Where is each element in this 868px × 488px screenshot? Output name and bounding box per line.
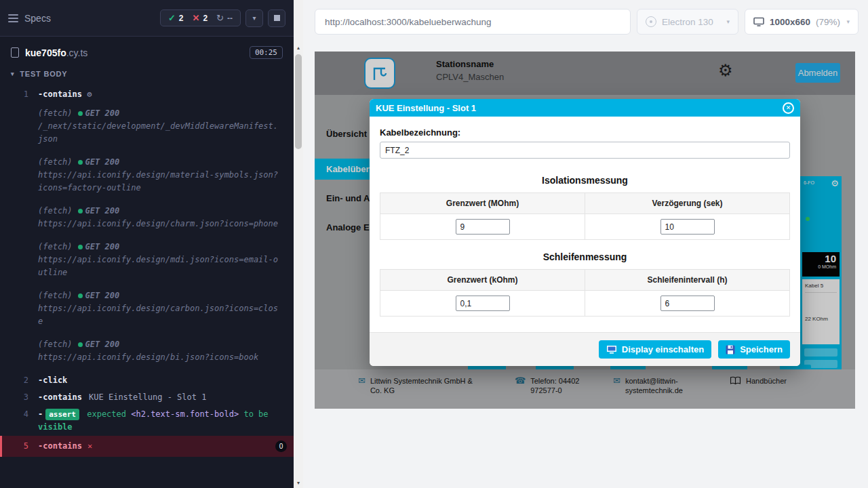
- assert-selector: <h2.text-sm.font-bold>: [131, 409, 239, 419]
- line-number: 2: [0, 374, 38, 387]
- viewport-zoom: (79%): [816, 17, 840, 27]
- command-row-click[interactable]: 2 -click: [0, 372, 294, 389]
- specs-menu-button[interactable]: Specs: [8, 13, 51, 24]
- electron-icon: [646, 16, 656, 27]
- chevron-down-icon: ▾: [726, 18, 730, 25]
- test-body-toggle[interactable]: ▾ TEST BODY: [0, 64, 294, 83]
- pending-icon: ↻: [216, 13, 224, 23]
- specs-label: Specs: [24, 13, 51, 24]
- stop-icon: [274, 15, 280, 21]
- status-dot: [78, 160, 83, 165]
- loop-section-title: Schleifenmessung: [380, 251, 790, 262]
- fetch-log-row: (fetch)GET 200 https://api.iconify.desig…: [0, 239, 294, 281]
- reporter-header: Specs ✓2 ✕2 ↻-- ▾: [0, 0, 294, 37]
- modal-header: KUE Einstellung - Slot 1 ✕: [370, 99, 800, 117]
- passed-count: 2: [179, 14, 184, 23]
- fetch-url: https://api.iconify.design/carbon.json?i…: [38, 302, 283, 328]
- viewport-size: 1000x660: [770, 17, 810, 27]
- stage: Electron 130 ▾ 1000x660 (79%) ▾ Stations…: [303, 0, 868, 488]
- scroll-up-icon[interactable]: ▴: [294, 43, 303, 53]
- fetch-log-row: (fetch)GET 200 https://api.iconify.desig…: [0, 287, 294, 330]
- passed-icon: ✓: [168, 13, 176, 23]
- fetch-url: https://api.iconify.design/bi.json?icons…: [38, 351, 283, 364]
- status-dot: [78, 293, 83, 298]
- command-log: 1 -contains ⚙ (fetch)GET 200 /_next/stat…: [0, 83, 294, 488]
- fail-icon: ✕: [87, 441, 92, 451]
- cypress-reporter: Specs ✓2 ✕2 ↻-- ▾ kue705fo.cy.ts 00:25 ▾…: [0, 0, 294, 488]
- stop-button[interactable]: [268, 9, 285, 27]
- fetch-log-row: (fetch)GET 200 https://api.iconify.desig…: [0, 203, 294, 232]
- command-row-assert[interactable]: 4 -assert expected <h2.text-sm.font-bold…: [0, 406, 294, 436]
- display-icon: [606, 345, 617, 354]
- monitor-icon: [753, 17, 764, 26]
- failed-count: 2: [203, 14, 208, 23]
- schleifenintervall-input[interactable]: [660, 296, 715, 311]
- spec-header: kue705fo.cy.ts 00:25: [0, 37, 294, 64]
- command-row-contains-arg[interactable]: 3 -containsKUE Einstellung - Slot 1: [0, 389, 294, 406]
- line-number: 3: [0, 391, 38, 404]
- aut-frame: Stationsname CPLV4_Maschen ⚙ Abmelden Üb…: [315, 52, 855, 409]
- spec-file-icon: [11, 47, 19, 58]
- fetch-log-row: (fetch)GET 200 https://api.iconify.desig…: [0, 336, 294, 366]
- specs-list-icon: [8, 14, 18, 22]
- kue-settings-modal: KUE Einstellung - Slot 1 ✕ Kabelbezeichn…: [370, 99, 800, 366]
- spec-timer: 00:25: [250, 46, 283, 59]
- fetch-url: https://api.iconify.design/mdi.json?icon…: [38, 253, 283, 279]
- column-header: Grenzwert (kOhm): [380, 270, 585, 291]
- grenzwert-kohm-input[interactable]: [456, 296, 510, 311]
- scrollbar-thumb[interactable]: [295, 54, 302, 149]
- display-on-button[interactable]: Display einschalten: [599, 340, 711, 359]
- verzoegerung-input[interactable]: [660, 219, 715, 235]
- isolation-section-title: Isolationsmessung: [380, 175, 790, 186]
- column-header: Schleifenintervall (h): [585, 270, 790, 291]
- pending-count: --: [227, 14, 233, 23]
- command-argument: KUE Einstellung - Slot 1: [89, 392, 206, 402]
- chevron-down-icon: ▾: [846, 18, 850, 25]
- status-dot: [78, 342, 83, 347]
- caret-icon: ▾: [11, 70, 14, 77]
- browser-select[interactable]: Electron 130 ▾: [637, 9, 738, 35]
- save-button[interactable]: Speichern: [718, 340, 790, 359]
- retry-count-badge: 0: [275, 441, 287, 452]
- fetch-log-row: (fetch)GET 200 https://api.iconify.desig…: [0, 154, 294, 197]
- fetch-url: /_next/static/development/_devMiddleware…: [38, 120, 283, 146]
- assert-badge: assert: [45, 409, 79, 420]
- collapse-button[interactable]: ▾: [245, 9, 263, 27]
- browser-label: Electron 130: [662, 17, 713, 27]
- line-number: 1: [0, 88, 38, 101]
- chevron-down-icon: ▾: [252, 14, 256, 22]
- cable-name-label: Kabelbezeichnung:: [380, 127, 790, 138]
- test-stats: ✓2 ✕2 ↻--: [160, 9, 241, 26]
- stage-toolbar: Electron 130 ▾ 1000x660 (79%) ▾: [303, 0, 868, 43]
- fetch-url: https://api.iconify.design/charm.json?ic…: [38, 218, 283, 230]
- spec-name: kue705fo.cy.ts: [25, 47, 87, 58]
- modal-title: KUE Einstellung - Slot 1: [376, 103, 476, 113]
- loop-table: Grenzwert (kOhm) Schleifenintervall (h): [380, 269, 790, 317]
- fetch-url: https://api.iconify.design/material-symb…: [38, 169, 283, 195]
- status-dot: [78, 111, 83, 116]
- viewport-select[interactable]: 1000x660 (79%) ▾: [745, 9, 859, 35]
- test-body-label: TEST BODY: [20, 70, 67, 78]
- failed-icon: ✕: [193, 13, 200, 23]
- scroll-down-icon[interactable]: ▾: [294, 479, 303, 488]
- column-header: Grenzwert (MOhm): [380, 193, 585, 214]
- command-row-failed[interactable]: 5 -contains✕ 0: [0, 436, 294, 457]
- fetch-log-row: (fetch)GET 200 /_next/static/development…: [0, 105, 294, 148]
- column-header: Verzögerung (sek): [585, 193, 790, 214]
- grenzwert-mohm-input[interactable]: [456, 219, 510, 235]
- isolation-table: Grenzwert (MOhm) Verzögerung (sek): [380, 192, 790, 240]
- reporter-scrollbar[interactable]: ▴ ▾: [294, 0, 303, 488]
- gear-icon: ⚙: [87, 89, 92, 99]
- status-dot: [78, 209, 83, 214]
- line-number: 4: [0, 408, 38, 434]
- status-dot: [78, 245, 83, 249]
- line-number: 5: [2, 440, 38, 453]
- close-icon[interactable]: ✕: [783, 102, 794, 114]
- url-input[interactable]: [315, 9, 631, 35]
- modal-footer: Display einschalten Speichern: [370, 332, 800, 366]
- command-row-contains[interactable]: 1 -contains ⚙: [0, 86, 294, 103]
- cable-name-input[interactable]: [380, 142, 790, 159]
- floppy-disk-icon: [726, 345, 735, 354]
